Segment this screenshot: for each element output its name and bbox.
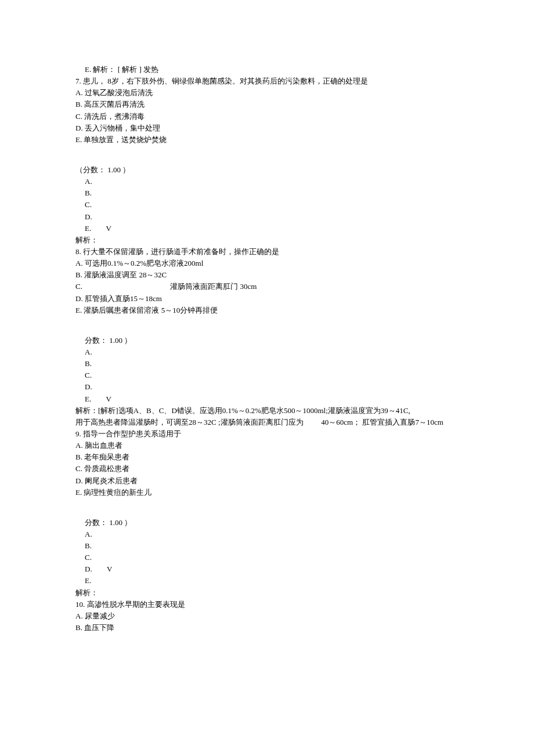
q8-option-c-text: 灌肠筒液面距离肛门 30cm [170,282,257,291]
q7-explanation: 解析： [75,234,464,246]
q7-answer-e: E. V [75,223,464,234]
q9-explanation: 解析： [75,587,464,599]
q9-answer-a: A. [75,529,464,540]
q8-explanation-part-b: 40～60cm； 肛管宜插入直肠7～10cm [321,418,443,426]
q9-answer-d: D. V [75,563,464,575]
answer-letter-e: E. [85,393,91,405]
q8-answer-d: D. [75,381,464,393]
q7-answer-a: A. [75,176,464,187]
q9-option-a: A. 脑出血患者 [75,440,464,451]
q8-score: 分数： 1.00 ） [75,335,464,346]
q9-stem: 9. 指导一合作型护患关系适用于 [75,428,464,440]
q9-option-d: D. 阑尾炎术后患者 [75,475,464,487]
q9-option-e: E. 病理性黄疸的新生儿 [75,487,464,498]
q8-option-a: A. 可选用0.1%～0.2%肥皂水溶液200ml [75,258,464,269]
q7-stem: 7. 患儿， 8岁，右下肢外伤、铜绿假单胞菌感染。对其换药后的污染敷料，正确的处… [75,75,464,87]
q8-answer-e: E. V [75,393,464,405]
q7-answer-d: D. [75,211,464,223]
page: E. 解析： [ 解析 ] 发热 7. 患儿， 8岁，右下肢外伤、铜绿假单胞菌感… [0,0,534,756]
q10-option-b: B. 血压下降 [75,622,464,634]
q8-stem: 8. 行大量不保留灌肠，进行肠道手术前准备时，操作正确的是 [75,246,464,258]
q8-explanation-line-1: 解析：[解析]选项A、B、C、D错误。应选用0.1%～0.2%肥皂水500～10… [75,405,464,417]
answer-letter-d: D. [85,563,92,575]
q8-option-c: C. 灌肠筒液面距离肛门 30cm [75,281,464,292]
q9-score: 分数： 1.00 ） [75,517,464,529]
check-mark: V [106,224,111,233]
q9-answer-b: B. [75,540,464,552]
q8-explanation-line-2: 用于高热患者降温灌肠时，可调至28～32C ;灌肠筒液面距离肛门应为 40～60… [75,417,464,428]
q7-option-d: D. 丢入污物桶，集中处理 [75,122,464,134]
q8-explanation-part-a: 用于高热患者降温灌肠时，可调至28～32C ;灌肠筒液面距离肛门应为 [75,417,319,428]
q9-option-c: C. 骨质疏松患者 [75,463,464,475]
check-mark: V [106,395,111,403]
q10-option-a: A. 尿量减少 [75,610,464,622]
q7-answer-c: C. [75,199,464,211]
q9-answer-e: E. [75,575,464,587]
q10-stem: 10. 高渗性脱水早期的主要表现是 [75,599,464,610]
answer-letter-e: E. [85,223,91,234]
q7-answer-b: B. [75,187,464,199]
q6-option-e: E. 解析： [ 解析 ] 发热 [75,64,464,75]
q8-option-e: E. 灌肠后嘱患者保留溶液 5～10分钟再排便 [75,305,464,316]
q8-option-b: B. 灌肠液温度调至 28～32C [75,269,464,281]
q9-option-b: B. 老年痴呆患者 [75,451,464,463]
q7-option-e: E. 单独放置，送焚烧炉焚烧 [75,134,464,146]
q7-option-b: B. 高压灭菌后再清洗 [75,99,464,110]
q8-answer-c: C. [75,370,464,381]
q8-option-c-label: C. [75,281,168,292]
q8-answer-a: A. [75,346,464,358]
q7-score: （分数： 1.00 ） [75,164,464,176]
q7-option-c: C. 清洗后，煮沸消毒 [75,111,464,122]
q8-answer-b: B. [75,358,464,370]
q9-answer-c: C. [75,552,464,563]
q8-option-d: D. 肛管插入直肠15～18cm [75,293,464,305]
q7-option-a: A. 过氧乙酸浸泡后清洗 [75,87,464,99]
check-mark: V [107,565,112,573]
